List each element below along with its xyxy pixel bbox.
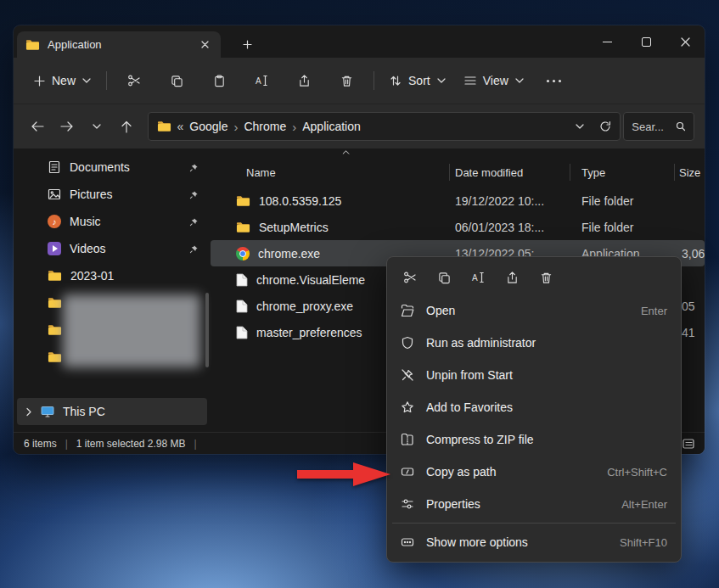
maximize-button[interactable] xyxy=(626,25,666,58)
cut-button[interactable] xyxy=(114,65,154,96)
sidebar-item-this-pc[interactable]: This PC xyxy=(17,398,207,425)
paste-button[interactable] xyxy=(199,65,239,96)
open-icon xyxy=(401,304,414,317)
arrow-left-icon xyxy=(31,120,44,132)
breadcrumb-collapsed[interactable]: « xyxy=(177,120,184,133)
menu-item-copy-as-path[interactable]: Copy as path Ctrl+Shift+C xyxy=(390,456,677,488)
plus-icon xyxy=(34,76,45,87)
toolbar-divider xyxy=(374,71,374,90)
sidebar-item-documents[interactable]: Documents xyxy=(17,154,205,181)
copy-icon xyxy=(171,75,183,87)
breadcrumb-application[interactable]: Application xyxy=(302,120,361,133)
menu-item-properties[interactable]: Properties Alt+Enter xyxy=(390,488,677,520)
column-header-date-modified[interactable]: Date modified xyxy=(450,164,570,181)
sidebar-item-music[interactable]: ♪ Music xyxy=(17,208,205,235)
share-button[interactable] xyxy=(284,65,324,96)
back-button[interactable] xyxy=(24,113,51,140)
menu-item-compress-to-zip[interactable]: Compress to ZIP file xyxy=(390,423,677,456)
file-name: master_preferences xyxy=(256,326,362,339)
sidebar-item-2023-01[interactable]: 2023-01 xyxy=(17,262,205,289)
file-icon xyxy=(236,273,248,287)
new-button[interactable]: New xyxy=(25,65,99,96)
copy-button[interactable] xyxy=(156,65,197,96)
recent-locations-button[interactable] xyxy=(83,113,110,140)
sidebar-item-label: This PC xyxy=(63,405,105,418)
rename-icon: A xyxy=(471,271,485,284)
cut-icon xyxy=(127,74,141,87)
computer-icon xyxy=(41,406,54,417)
music-icon: ♪ xyxy=(48,215,61,228)
view-icon xyxy=(464,75,476,87)
pin-icon xyxy=(189,217,199,227)
chrome-icon xyxy=(236,247,250,260)
sort-button[interactable]: Sort xyxy=(381,65,454,96)
breadcrumb-google[interactable]: Google xyxy=(189,120,227,133)
refresh-icon[interactable] xyxy=(599,120,611,132)
tab-application[interactable]: Application xyxy=(17,31,221,58)
breadcrumb-chrome[interactable]: Chrome xyxy=(244,120,286,133)
tab-close-icon[interactable] xyxy=(197,37,212,53)
arrow-right-icon xyxy=(60,120,74,132)
minimize-button[interactable] xyxy=(587,25,626,58)
rename-button[interactable]: A xyxy=(241,65,282,96)
cut-button[interactable] xyxy=(396,265,424,290)
column-header-size[interactable]: Size xyxy=(675,164,705,181)
delete-button[interactable] xyxy=(531,265,560,290)
sidebar-item-label: Music xyxy=(70,215,101,228)
search-input[interactable] xyxy=(632,120,672,133)
cut-icon xyxy=(403,271,417,284)
address-dropdown-icon[interactable] xyxy=(576,124,584,129)
status-divider: | xyxy=(194,438,197,450)
sort-ascending-icon[interactable] xyxy=(342,150,350,154)
file-name: chrome.exe xyxy=(258,247,320,260)
view-toggle-button[interactable] xyxy=(682,439,694,449)
rename-button[interactable]: A xyxy=(463,265,492,290)
star-icon xyxy=(401,400,414,414)
delete-button[interactable] xyxy=(326,65,367,96)
see-more-button[interactable] xyxy=(534,65,575,96)
chevron-down-icon xyxy=(82,78,91,83)
folder-icon xyxy=(157,120,171,132)
sidebar-item-videos[interactable]: Videos xyxy=(17,235,205,262)
sort-button-label: Sort xyxy=(408,74,430,87)
column-header-name[interactable]: Name xyxy=(211,164,450,181)
up-button[interactable] xyxy=(113,113,140,140)
red-arrow-annotation xyxy=(297,462,392,487)
menu-item-add-to-favorites[interactable]: Add to Favorites xyxy=(390,391,677,423)
svg-text:A: A xyxy=(256,76,261,86)
item-count: 6 items xyxy=(24,438,57,450)
share-button[interactable] xyxy=(497,265,526,290)
sidebar-item-pictures[interactable]: Pictures xyxy=(17,181,205,208)
file-name: chrome_proxy.exe xyxy=(256,300,353,313)
file-date: 06/01/2023 18:... xyxy=(450,221,570,234)
column-header-type[interactable]: Type xyxy=(570,164,675,181)
new-tab-button[interactable] xyxy=(236,34,258,54)
breadcrumb-separator: › xyxy=(292,120,296,134)
scrollbar-thumb[interactable] xyxy=(205,293,209,367)
navigation-pane: Documents Pictures ♪ Music Videos xyxy=(14,148,211,432)
tab-bar: Application xyxy=(14,25,705,58)
svg-text:A: A xyxy=(472,273,478,283)
file-type: File folder xyxy=(570,221,675,234)
search-box[interactable] xyxy=(623,112,694,141)
view-button[interactable]: View xyxy=(456,65,532,96)
close-button[interactable] xyxy=(666,25,705,58)
sidebar-item-label: Documents xyxy=(70,160,130,174)
videos-icon xyxy=(48,242,61,255)
forward-button[interactable] xyxy=(53,113,81,140)
menu-item-show-more-options[interactable]: Show more options Shift+F10 xyxy=(390,526,677,558)
menu-item-unpin-from-start[interactable]: Unpin from Start xyxy=(390,359,677,391)
file-row[interactable]: 108.0.5359.125 19/12/2022 10:... File fo… xyxy=(211,188,705,214)
menu-item-open[interactable]: Open Enter xyxy=(390,294,677,327)
file-row[interactable]: SetupMetrics 06/01/2023 18:... File fold… xyxy=(211,214,705,240)
status-divider: | xyxy=(65,438,68,450)
menu-item-label: Unpin from Start xyxy=(426,368,513,382)
toolbar-divider xyxy=(106,71,107,90)
share-icon xyxy=(506,272,519,284)
document-icon xyxy=(48,160,61,174)
copy-button[interactable] xyxy=(430,265,458,290)
chevron-right-icon[interactable] xyxy=(25,407,32,417)
address-bar[interactable]: « Google › Chrome › Application xyxy=(148,112,621,141)
sidebar-scrollbar[interactable] xyxy=(205,148,209,432)
menu-item-run-as-administrator[interactable]: Run as administrator xyxy=(390,327,677,359)
